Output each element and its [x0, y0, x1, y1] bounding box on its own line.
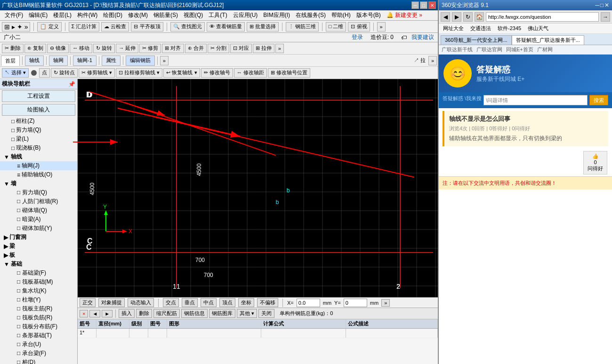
menu-bim[interactable]: BIM应用(I)	[260, 10, 293, 20]
vertex-btn[interactable]: 顶点	[219, 298, 235, 307]
bookmark-webindex[interactable]: 网址大全	[441, 24, 466, 32]
find-element-button[interactable]: 🔍 查找图元	[170, 22, 205, 32]
toolbar-icons-btn[interactable]: ⊞ ▸ ✦ »	[2, 22, 30, 32]
point-tool[interactable]: 点	[39, 68, 50, 78]
drawing-canvas[interactable]: D C 1 2 4500 700 b	[78, 79, 438, 297]
link-gld-new[interactable]: 广联达新干线	[442, 46, 473, 53]
cloud-check-button[interactable]: ☁ 云检查	[101, 22, 129, 32]
browser-refresh-btn[interactable]: ↻	[463, 12, 473, 22]
rebar-3d-button[interactable]: ⋮ 钢筋三维	[286, 22, 319, 32]
define-button[interactable]: 📋 定义	[37, 22, 61, 32]
tab-first-floor[interactable]: 首层	[1, 55, 20, 66]
sidebar-item-grid[interactable]: ≡ 轴网(J)	[0, 161, 77, 170]
level-top-button[interactable]: ⊟ 平齐板顶	[131, 22, 163, 32]
browser-home-btn[interactable]: 🏠	[475, 12, 484, 22]
menu-tools[interactable]: 工具(T)	[206, 10, 230, 20]
y-input[interactable]	[344, 299, 367, 307]
merge-btn[interactable]: ⊕ 合并	[185, 44, 207, 53]
more-right-btn[interactable]: »	[428, 56, 437, 65]
tab-edit-rebar[interactable]: 编辑钢筋	[126, 55, 155, 66]
tab-grid-1[interactable]: 轴网-1	[73, 55, 97, 66]
midpoint-btn[interactable]: 中点	[201, 298, 217, 307]
top-view-button[interactable]: ⊡ 俯视	[348, 22, 370, 32]
close-button[interactable]: ✕	[428, 1, 436, 9]
rotate-point-tool[interactable]: ↻ 旋转点	[51, 68, 78, 78]
restore-axis-tool[interactable]: ↩ 恢复轴线 ▾	[163, 68, 200, 78]
like-button[interactable]: 👍 0 问得好	[583, 151, 607, 174]
qa-search-button[interactable]: 搜索	[589, 95, 608, 105]
batch-select-button[interactable]: ⊞ 批量选择	[247, 22, 279, 32]
browser-go-btn[interactable]: →	[601, 12, 610, 22]
qa-question-item[interactable]: 轴线不显示是怎么回事 浏览4次 | 0回答 | 0答得好 | 0问得好 辅助轴线…	[443, 111, 608, 146]
more-toolbar-btn[interactable]: »	[377, 22, 386, 32]
menu-component[interactable]: 构件(W)	[74, 10, 100, 20]
browser-tab-360[interactable]: 360导航_新一代安全上网...	[441, 35, 512, 45]
rebar-scale-btn[interactable]: 缩尺配筋	[153, 309, 180, 318]
no-offset-btn[interactable]: 不偏移	[257, 298, 278, 307]
sidebar-group-foundation[interactable]: ▼ 基础	[0, 260, 77, 269]
sidebar-item-aux-axis[interactable]: ≡ 辅助轴线(O)	[0, 170, 77, 179]
2d-button[interactable]: □ 二维	[326, 22, 346, 32]
stretch-btn[interactable]: ⊞ 拉伸	[253, 44, 274, 53]
qa-search-input[interactable]	[483, 95, 588, 105]
browser-maximize[interactable]: □	[600, 2, 604, 8]
mirror-btn[interactable]: ⊖ 镜像	[47, 44, 69, 53]
sidebar-item-sw2[interactable]: □ 剪力墙(Q)	[0, 188, 77, 197]
sidebar-group-wall[interactable]: ▼ 墙	[0, 179, 77, 188]
menu-file[interactable]: 文件(F)	[2, 10, 26, 20]
coord-btn[interactable]: 坐标	[238, 298, 254, 307]
sidebar-item-raft[interactable]: □ 筏板基础(M)	[0, 277, 77, 286]
rebar-close-btn[interactable]: ×	[80, 310, 88, 317]
x-input[interactable]	[297, 299, 320, 307]
tab-grid[interactable]: 轴网	[49, 55, 68, 66]
sidebar-item-strip[interactable]: □ 条形基础(T)	[0, 331, 77, 340]
sidebar-item-pile-cap[interactable]: □ 承台(U)	[0, 340, 77, 349]
align-btn[interactable]: ⊞ 对齐	[162, 44, 184, 53]
sidebar-item-raft-dist[interactable]: □ 筏板分布筋(F)	[0, 322, 77, 331]
url-input[interactable]	[486, 12, 599, 22]
table-row[interactable]: 1*	[78, 329, 438, 338]
rebar-insert-btn[interactable]: 插入	[119, 309, 135, 318]
sidebar-item-civil-defense[interactable]: □ 人防门框墙(R)	[0, 197, 77, 206]
menu-draw[interactable]: 绘图(D)	[100, 10, 125, 20]
menu-floor[interactable]: 楼层(L)	[50, 10, 74, 20]
ortho-btn[interactable]: 正交	[80, 298, 96, 307]
more-modify-btn[interactable]: »	[275, 44, 284, 53]
sidebar-pin-icon[interactable]: 📌	[68, 81, 75, 87]
split-btn[interactable]: ✂ 分割	[208, 44, 229, 53]
sidebar-draw-input[interactable]: 绘图输入	[2, 104, 75, 116]
row-diameter[interactable]	[97, 329, 129, 338]
diameter-input[interactable]	[98, 330, 127, 337]
sidebar-project-setup[interactable]: 工程设置	[2, 90, 75, 102]
bookmark-traffic[interactable]: 交通违法	[468, 24, 493, 32]
delete-btn[interactable]: ✂ 删除	[2, 44, 24, 53]
menu-online[interactable]: 在线服务(S)	[293, 10, 329, 20]
sidebar-group-beam2[interactable]: ▶ 梁	[0, 242, 77, 251]
maximize-button[interactable]: □	[420, 1, 427, 9]
rebar-next-btn[interactable]: ►	[102, 310, 113, 317]
modify-axis-pos-tool[interactable]: ⊞ 修改轴号位置	[268, 68, 310, 78]
browser-close[interactable]: ✕	[604, 2, 609, 8]
browser-tab-qa[interactable]: 答疑解惑_广联达服务新干...	[512, 35, 584, 45]
sidebar-item-pile-cap-beam[interactable]: □ 承台梁(F)	[0, 349, 77, 358]
browser-minimize[interactable]: ─	[595, 2, 599, 8]
trim-axis-tool[interactable]: ✂ 修剪轴线 ▾	[79, 68, 115, 78]
bookmark-weather[interactable]: 佛山天气	[525, 24, 551, 32]
minimize-button[interactable]: ─	[411, 1, 419, 9]
browser-back-btn[interactable]: ◀	[441, 12, 450, 22]
rebar-lib-btn[interactable]: 钢筋图库	[209, 309, 235, 318]
summary-button[interactable]: Σ 汇总计算	[69, 22, 100, 32]
menu-cloud[interactable]: 云应用(U)	[230, 10, 261, 20]
sidebar-item-masonry-rebar[interactable]: □ 砌体加筋(Y)	[0, 224, 77, 233]
correspond-btn[interactable]: ⊡ 对应	[230, 44, 252, 53]
sidebar-item-hidden-beam[interactable]: □ 暗梁(A)	[0, 215, 77, 224]
extend-btn[interactable]: → 延伸	[116, 44, 138, 53]
dynamic-input-btn[interactable]: 动态输入	[128, 298, 154, 307]
sidebar-item-beam[interactable]: □ 梁(L)	[0, 135, 77, 143]
more-tabs-btn[interactable]: »	[160, 56, 169, 65]
menu-new-change[interactable]: 🔔 新建变更 »	[384, 10, 425, 20]
browser-forward-btn[interactable]: ▶	[452, 12, 461, 22]
more-status-btn[interactable]: »	[381, 299, 390, 307]
select-tool[interactable]: ↖ 选择 ▾	[2, 68, 29, 78]
menu-modify[interactable]: 修改(M)	[125, 10, 151, 20]
